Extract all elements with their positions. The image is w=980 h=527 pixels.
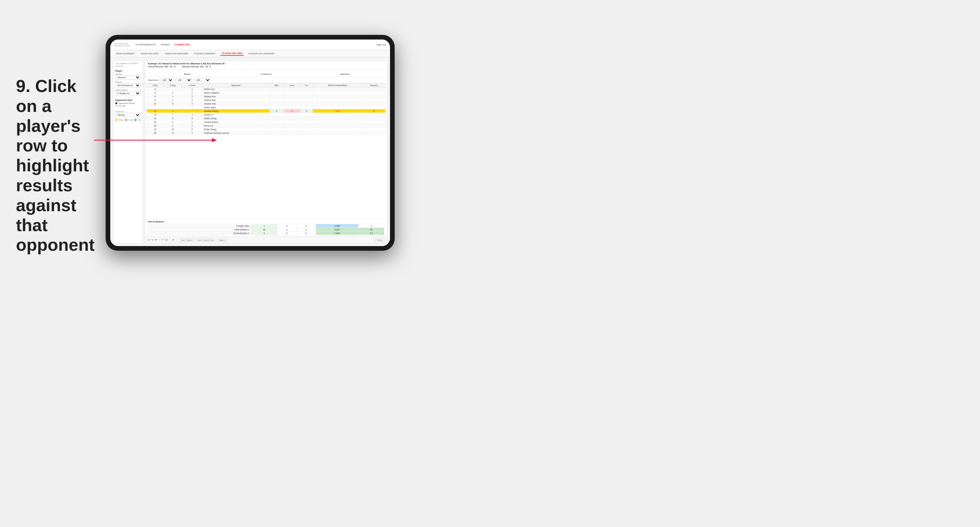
ood-tie: 0 <box>297 228 316 232</box>
region-label: Region <box>184 73 190 75</box>
division-select[interactable]: NCAA Division III <box>115 83 140 87</box>
watch-button[interactable]: Watch ▾ <box>217 238 227 242</box>
data-cell <box>313 120 363 124</box>
nav-bar: SCOREBOARD Powered by clippd TOURNAMENTS… <box>110 40 390 50</box>
data-cell <box>363 91 386 95</box>
ood-row[interactable]: NCAA Division 25007.40010 <box>148 232 384 235</box>
tablet-screen: SCOREBOARD Powered by clippd TOURNAMENTS… <box>110 40 390 246</box>
data-cell: -3.00 <box>313 109 363 113</box>
data-cell <box>300 87 313 91</box>
copy-icon[interactable]: ⊡ <box>165 238 168 241</box>
data-cell <box>284 87 300 91</box>
sub-nav: TEAM SUMMARY TEAM H2H GRID TEAM H2H HEAT… <box>110 50 390 57</box>
data-cell <box>363 87 386 91</box>
tab-team-h2h-heatmap[interactable]: TEAM H2H HEATMAP <box>164 52 190 56</box>
radio-label-top100: Top 100 <box>118 105 125 107</box>
data-cell <box>284 102 300 106</box>
ood-loss: 0 <box>277 228 296 232</box>
table-row[interactable]: 20117Federica Domecq Lacroze <box>147 131 386 135</box>
table-row[interactable]: 1691Jessica Mason <box>147 120 386 124</box>
data-cell: 6 <box>147 95 164 98</box>
data-cell <box>284 131 300 135</box>
data-cell <box>269 95 284 98</box>
table-row[interactable]: 1063Andrea York <box>147 102 386 106</box>
nav-teams[interactable]: TEAMS <box>161 43 170 47</box>
radio-dot-top100 <box>115 105 117 107</box>
undo2-icon[interactable]: ↪ <box>151 238 154 241</box>
table-row[interactable]: 19106Emily Chang <box>147 127 386 131</box>
col-rounds: Rounds <box>363 84 386 87</box>
data-cell: 7 <box>164 113 182 117</box>
data-cell <box>182 106 202 109</box>
redo-icon[interactable]: ⟳ <box>155 238 158 241</box>
ood-diff: 7.400 <box>316 232 358 235</box>
data-cell <box>269 127 284 131</box>
data-cell <box>300 117 313 120</box>
table-row[interactable]: HeeJo Hyun <box>147 106 386 109</box>
table-row[interactable]: 1474Eunice Yi <box>147 113 386 117</box>
table-row[interactable]: 613Sydney Kuo <box>147 95 386 98</box>
refresh-icon[interactable]: ⟳ <box>172 238 174 241</box>
view-original-button[interactable]: View: Original <box>179 238 194 242</box>
col-tie: Tie <box>300 84 313 87</box>
conference-filter-select[interactable]: (All) <box>175 78 192 82</box>
ood-row[interactable]: NAIA Division 115009.26730 <box>148 228 384 232</box>
data-cell <box>182 109 202 113</box>
data-cell <box>269 131 284 135</box>
player-rank-select[interactable]: 8. Katelyn Vo <box>115 91 140 95</box>
data-cell <box>313 117 363 120</box>
data-cell <box>313 106 363 109</box>
data-cell: 16 <box>147 120 164 124</box>
save-custom-view-label: Save Custom View <box>197 239 214 241</box>
save-custom-view-button[interactable]: Save Custom View <box>196 238 216 242</box>
table-row[interactable]: 31Esther Lee <box>147 87 386 91</box>
radio-top100[interactable]: Top 100 <box>115 105 140 107</box>
tab-team-h2h-grid[interactable]: TEAM H2H GRID <box>139 52 160 56</box>
data-cell: 6 <box>164 102 182 106</box>
table-row[interactable]: 1585Stella Cheng <box>147 117 386 120</box>
data-cell <box>363 120 386 124</box>
radio-opponents-played[interactable]: Opponents Played <box>115 102 140 104</box>
opponents-filter-select[interactable]: (All) <box>160 78 173 82</box>
player-rank-label: Player (Rank) <box>115 89 140 91</box>
data-cell: 0 <box>269 109 284 113</box>
left-panel: Last Updated: 27/03/2024 16:55:38 Player… <box>113 60 143 243</box>
opponent-filter-select[interactable]: (All) <box>194 78 211 82</box>
edit-icon[interactable]: ✂ <box>162 238 164 241</box>
radio-group: Opponents Played Top 100 <box>115 102 140 107</box>
table-row[interactable]: 1822Euna Lee <box>147 124 386 127</box>
legend-label-up: Up <box>138 119 140 121</box>
table-row[interactable]: 914Sharon Mun <box>147 98 386 102</box>
ood-rounds: 2 <box>358 224 384 228</box>
table-row[interactable]: 522Alexis Sudjianto <box>147 91 386 95</box>
tab-player-h2h-heatmap[interactable]: PLAYER H2H HEATMAP <box>247 52 276 56</box>
nav-committee[interactable]: COMMITTEE <box>174 43 190 47</box>
data-cell: 6 <box>182 127 202 131</box>
ood-row[interactable]: Foreign Team1004.5002 <box>148 224 384 228</box>
share-button[interactable]: ⬡ Share <box>373 238 384 242</box>
toolbar-divider-1 <box>159 238 160 242</box>
data-cell <box>363 113 386 117</box>
data-cell: 1 <box>284 109 300 113</box>
data-cell <box>300 113 313 117</box>
annotation-text: 9. Click on a player's row to highlight … <box>16 76 102 255</box>
opponent-name-cell: Andrea York <box>202 102 270 106</box>
overall-record: Overall Record: 353 - 34 - 6 <box>148 65 175 68</box>
share-label: ⬡ Share <box>375 239 383 241</box>
tab-team-summary[interactable]: TEAM SUMMARY <box>114 52 136 56</box>
tab-player-summary[interactable]: PLAYER SUMMARY <box>193 52 217 56</box>
data-cell <box>313 124 363 127</box>
undo-icon[interactable]: ↩ <box>148 238 150 241</box>
data-cell <box>164 87 182 91</box>
nav-tournaments[interactable]: TOURNAMENTS <box>135 43 156 47</box>
data-cell: 2 <box>164 124 182 127</box>
data-cell <box>363 102 386 106</box>
tab-player-h2h-grid[interactable]: PLAYER H2H GRID <box>220 51 244 56</box>
colour-by-select[interactable]: Win/loss <box>115 113 140 117</box>
data-cell <box>363 127 386 131</box>
sign-out-button[interactable]: Sign out <box>376 43 386 46</box>
table-row[interactable]: 131Jessica Huang010-3.002 <box>147 109 386 113</box>
ood-loss: 0 <box>277 224 296 228</box>
gender-select[interactable]: Women's <box>115 75 140 79</box>
data-cell: 2 <box>363 109 386 113</box>
